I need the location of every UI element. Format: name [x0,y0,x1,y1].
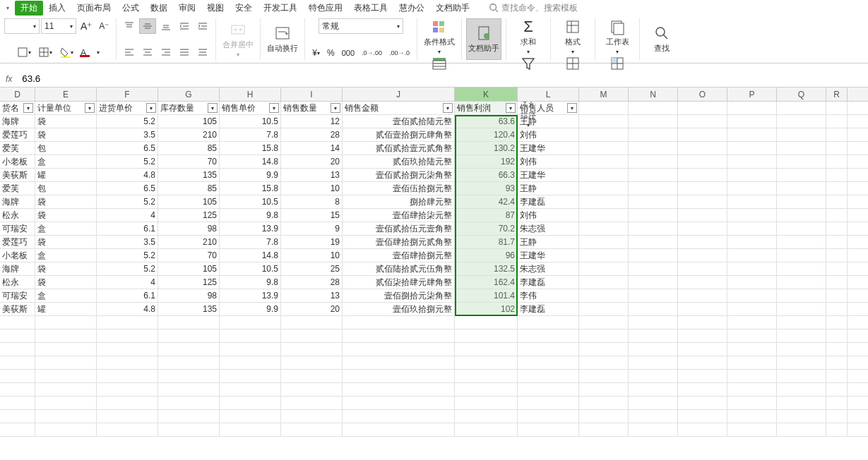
cell[interactable]: 9.9 [220,303,281,315]
cell[interactable]: 朱志强 [518,222,579,235]
cell[interactable] [826,222,848,235]
cell[interactable] [220,410,281,423]
cell[interactable] [826,128,848,141]
cell[interactable]: 125 [158,276,220,289]
cell[interactable] [727,316,777,329]
cell[interactable] [826,209,848,222]
cell[interactable] [826,169,848,181]
cell[interactable] [343,329,455,342]
cell[interactable] [97,370,158,382]
cell[interactable]: 125 [158,209,220,222]
cell[interactable]: 王建华 [518,249,579,262]
cell[interactable] [678,128,727,141]
cell[interactable] [727,155,777,168]
cell[interactable]: 8 [281,195,343,208]
border-button[interactable]: ▾ [14,44,34,60]
menu-视图[interactable]: 视图 [201,1,230,16]
formula-input[interactable] [18,73,868,84]
cell[interactable] [629,142,678,155]
cell[interactable] [727,343,777,356]
doc-helper-button[interactable]: 文档助手 [466,18,501,60]
cell[interactable]: 13.9 [220,289,281,302]
cell[interactable]: 20 [281,155,343,168]
cell[interactable]: 42.4 [455,195,518,208]
cell[interactable]: 15.8 [220,182,281,195]
cell[interactable] [727,329,777,342]
cell[interactable]: 135 [158,169,220,181]
cell[interactable] [35,383,97,396]
col-header-K[interactable]: K [455,87,518,101]
cell[interactable] [777,236,826,248]
cell[interactable] [579,169,629,181]
col-header-I[interactable]: I [281,87,343,101]
cell[interactable]: 李建磊 [518,276,579,289]
cell[interactable] [220,356,281,369]
cell[interactable] [678,182,727,195]
cell[interactable]: 爱芙 [0,142,35,155]
cell[interactable]: 10 [281,182,343,195]
cell[interactable]: 10.5 [220,195,281,208]
cell[interactable]: 袋 [35,236,97,248]
cell[interactable]: 6.5 [97,142,158,155]
cell[interactable]: 28 [281,128,343,141]
cell[interactable] [0,343,35,356]
cell[interactable] [97,410,158,423]
cell[interactable] [826,182,848,195]
cell[interactable] [220,423,281,436]
cell[interactable] [629,289,678,302]
align-right-button[interactable] [157,44,174,60]
cell[interactable] [97,397,158,409]
menu-页面布局[interactable]: 页面布局 [71,1,117,16]
cell[interactable] [678,370,727,382]
menu-公式[interactable]: 公式 [117,1,145,16]
cell[interactable] [777,169,826,181]
cell[interactable] [777,343,826,356]
cell[interactable] [826,195,848,208]
indent-decrease-button[interactable] [176,18,193,34]
cell[interactable] [0,383,35,396]
cell[interactable]: 102 [455,303,518,315]
cell[interactable]: 66.3 [455,169,518,181]
cell[interactable] [455,397,518,409]
cell[interactable] [518,410,579,423]
cell[interactable]: 14.8 [220,155,281,168]
cell[interactable] [629,155,678,168]
cell[interactable] [826,316,848,329]
align-middle-button[interactable] [139,18,156,34]
cell[interactable] [777,142,826,155]
cell[interactable]: 85 [158,182,220,195]
cell[interactable]: 罐 [35,169,97,181]
cell[interactable] [343,343,455,356]
cell[interactable]: 120.4 [455,128,518,141]
cell[interactable] [678,303,727,315]
cell[interactable] [35,370,97,382]
cell[interactable] [0,316,35,329]
menu-慧办公[interactable]: 慧办公 [393,1,430,16]
cell[interactable] [727,262,777,275]
cell[interactable]: 130.2 [455,142,518,155]
command-search[interactable]: 查找命令、搜索模板 [489,2,578,14]
cell[interactable] [826,142,848,155]
cell[interactable]: 5.2 [97,262,158,275]
cell[interactable] [579,262,629,275]
align-distribute-button[interactable] [194,44,211,60]
cell[interactable] [727,289,777,302]
cell[interactable]: 6.5 [97,182,158,195]
cell[interactable]: 壹佰贰拾伍元壹角整 [343,222,455,235]
cell[interactable] [343,356,455,369]
cell[interactable]: 85 [158,142,220,155]
menu-安全[interactable]: 安全 [230,1,258,16]
cell[interactable] [281,343,343,356]
cell[interactable]: 6.1 [97,222,158,235]
cell[interactable]: 壹佰捌拾元柒角整 [343,289,455,302]
cell[interactable] [777,195,826,208]
cell[interactable] [97,329,158,342]
cell[interactable] [455,343,518,356]
cell[interactable]: 袋 [35,276,97,289]
cell[interactable]: 壹佰贰拾捌元柒角整 [343,169,455,181]
cell[interactable] [579,397,629,409]
cell[interactable] [629,209,678,222]
cell[interactable]: 98 [158,222,220,235]
cell[interactable] [97,423,158,436]
format-button[interactable]: 格式▾ [555,18,590,55]
